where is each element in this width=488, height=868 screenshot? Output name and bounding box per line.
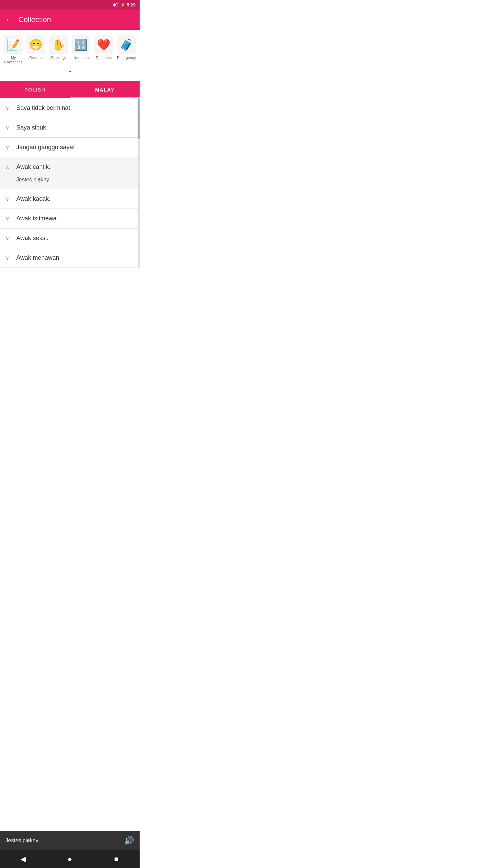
category-label-emergency: Emergency: [117, 56, 136, 60]
phrase-main-row[interactable]: ∨ Awak menawan.: [0, 248, 140, 268]
general-icon: 😁: [29, 38, 43, 51]
greetings-icon: ✋: [52, 38, 65, 51]
category-icon-numbers: 🔢: [72, 35, 90, 54]
category-section: 📝 My Collections 😁 General ✋ Greetings 🔢…: [0, 30, 140, 81]
phrase-text: Jangan ganggu saya!: [16, 144, 75, 151]
network-indicator: 4G: [113, 2, 119, 7]
phrase-text: Awak cantik.: [16, 163, 50, 171]
phrase-main-row[interactable]: ∨ Awak seksi.: [0, 229, 140, 248]
phrase-expand-icon: ∨: [5, 144, 12, 151]
emergency-icon: 🧳: [120, 38, 133, 51]
phrase-main-row[interactable]: ∨ Saya tidak berminat.: [0, 98, 140, 118]
phrase-expand-icon: ∨: [5, 105, 12, 111]
phrase-expand-icon: ∨: [5, 255, 12, 261]
category-row: 📝 My Collections 😁 General ✋ Greetings 🔢…: [3, 35, 137, 64]
time-display: 5:29: [127, 2, 136, 7]
scrollbar-thumb[interactable]: [138, 98, 140, 139]
phrase-list-container: ∨ Saya tidak berminat. ∨ Saya sibuk. ∨ J…: [0, 98, 140, 268]
language-tabs: POLISHMALAY: [0, 81, 140, 98]
phrase-translation: Jesteś piękny.: [0, 177, 140, 189]
back-button[interactable]: ←: [5, 15, 13, 24]
phrase-item[interactable]: ∧ Awak cantik. Jesteś piękny.: [0, 157, 140, 189]
phrase-item[interactable]: ∨ Awak kacak.: [0, 189, 140, 209]
scrollbar-track: [138, 98, 140, 268]
phrase-main-row[interactable]: ∨ Jangan ganggu saya!: [0, 138, 140, 157]
category-icon-emergency: 🧳: [117, 35, 136, 54]
category-item-romance[interactable]: ❤️ Romance: [93, 35, 115, 60]
category-icon-romance: ❤️: [94, 35, 113, 54]
phrase-text: Saya tidak berminat.: [16, 104, 72, 112]
category-label-greetings: Greetings: [50, 56, 67, 60]
phrase-text: Awak istimewa.: [16, 215, 58, 222]
category-label-numbers: Numbers: [74, 56, 89, 60]
category-item-mycollections[interactable]: 📝 My Collections: [3, 35, 24, 64]
phrase-text: Awak menawan.: [16, 254, 61, 261]
tab-label-malay: MALAY: [95, 87, 115, 93]
phrase-expand-icon: ∨: [5, 196, 12, 202]
expand-row[interactable]: ⌄: [3, 64, 137, 78]
category-label-mycollections: My Collections: [3, 56, 24, 64]
tab-label-polish: POLISH: [24, 87, 45, 93]
phrase-text: Awak kacak.: [16, 195, 50, 202]
phrase-list: ∨ Saya tidak berminat. ∨ Saya sibuk. ∨ J…: [0, 98, 140, 268]
app-bar: ← Collection: [0, 9, 140, 30]
romance-icon: ❤️: [97, 38, 110, 51]
category-label-romance: Romance: [96, 56, 111, 60]
category-icon-mycollections: 📝: [4, 35, 23, 54]
tab-malay[interactable]: MALAY: [70, 81, 140, 98]
phrase-text: Awak seksi.: [16, 235, 48, 242]
phrase-text: Saya sibuk.: [16, 124, 48, 131]
category-item-greetings[interactable]: ✋ Greetings: [48, 35, 69, 60]
phrase-expand-icon: ∨: [5, 235, 12, 241]
category-label-general: General: [29, 56, 42, 60]
chevron-down-icon[interactable]: ⌄: [67, 66, 73, 74]
phrase-main-row[interactable]: ∨ Awak istimewa.: [0, 209, 140, 228]
category-icon-general: 😁: [26, 35, 45, 54]
status-bar: 4G ⚡ 5:29: [0, 0, 140, 9]
phrase-item[interactable]: ∨ Saya tidak berminat.: [0, 98, 140, 118]
phrase-item[interactable]: ∨ Saya sibuk.: [0, 118, 140, 138]
phrase-item[interactable]: ∨ Awak istimewa.: [0, 209, 140, 229]
tab-polish[interactable]: POLISH: [0, 81, 70, 98]
category-item-general[interactable]: 😁 General: [25, 35, 47, 60]
phrase-main-row[interactable]: ∧ Awak cantik.: [0, 157, 140, 177]
phrase-expand-icon: ∨: [5, 215, 12, 222]
phrase-main-row[interactable]: ∨ Saya sibuk.: [0, 118, 140, 137]
numbers-icon: 🔢: [74, 38, 88, 51]
phrase-item[interactable]: ∨ Awak seksi.: [0, 229, 140, 248]
phrase-item[interactable]: ∨ Awak menawan.: [0, 248, 140, 268]
phrase-main-row[interactable]: ∨ Awak kacak.: [0, 189, 140, 209]
phrase-expand-icon: ∨: [5, 124, 12, 131]
phrase-item[interactable]: ∨ Jangan ganggu saya!: [0, 138, 140, 157]
status-icons: 4G ⚡ 5:29: [113, 2, 136, 7]
category-item-emergency[interactable]: 🧳 Emergency: [116, 35, 137, 60]
category-item-numbers[interactable]: 🔢 Numbers: [70, 35, 92, 60]
category-icon-greetings: ✋: [49, 35, 68, 54]
page-title: Collection: [18, 15, 51, 24]
phrase-expand-icon: ∧: [5, 164, 12, 170]
mycollections-icon: 📝: [6, 38, 20, 51]
battery-icon: ⚡: [120, 2, 125, 7]
